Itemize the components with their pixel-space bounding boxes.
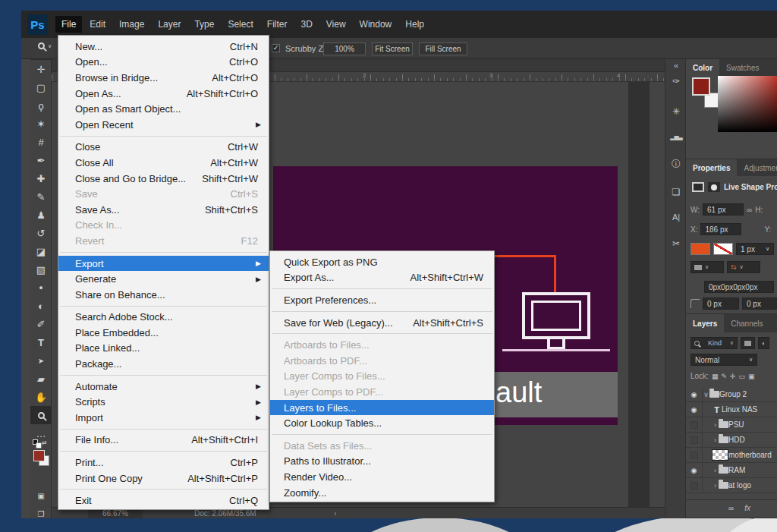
tab-layers[interactable]: Layers	[686, 314, 724, 332]
layer-fx-icon[interactable]: fx	[744, 504, 750, 512]
healing-brush-tool[interactable]: ✚	[30, 169, 52, 187]
layer-filter-dropdown[interactable]: Kind∨	[690, 337, 738, 349]
info-panel-icon[interactable]: ⓘ	[665, 158, 687, 171]
radius-field-a[interactable]: 0 px	[703, 297, 739, 310]
menu-item-package[interactable]: Package...	[58, 356, 269, 372]
marquee-tool[interactable]: ▢	[30, 78, 52, 96]
link-layers-icon[interactable]: ∞	[728, 504, 734, 512]
menu-item-quick-export-as-png[interactable]: Quick Export as PNG	[270, 254, 494, 270]
collapse-panels-icon[interactable]: «	[665, 61, 687, 70]
menu-3d[interactable]: 3D	[294, 16, 318, 33]
menu-item-layers-to-files[interactable]: Layers to Files...	[270, 400, 494, 416]
menu-item-color-lookup-tables[interactable]: Color Lookup Tables...	[270, 415, 494, 431]
menu-item-generate[interactable]: Generate▶	[58, 271, 269, 287]
chevron-right-icon[interactable]: ›	[712, 436, 719, 444]
menu-item-open-as[interactable]: Open As...Alt+Shift+Ctrl+O	[58, 86, 269, 102]
chevron-down-icon[interactable]: ∨	[703, 391, 709, 398]
blur-tool[interactable]: ●	[30, 279, 52, 297]
menu-item-browse-in-bridge[interactable]: Browse in Bridge...Alt+Ctrl+O	[58, 70, 269, 86]
menu-item-place-embedded[interactable]: Place Embedded...	[58, 325, 269, 341]
layer-row-hdd[interactable]: › HDD	[686, 433, 777, 448]
tab-channels[interactable]: Channels	[724, 314, 769, 332]
menu-item-render-video[interactable]: Render Video...	[270, 469, 494, 485]
menu-item-open-as-smart-object[interactable]: Open as Smart Object...	[58, 101, 269, 117]
menu-edit[interactable]: Edit	[83, 16, 112, 33]
histogram-panel-icon[interactable]: ▂▅▃	[665, 134, 687, 140]
eyedropper-tool[interactable]: ✒	[30, 151, 52, 169]
visibility-toggle-empty[interactable]	[686, 433, 703, 447]
tab-adjustments[interactable]: Adjustments	[737, 159, 777, 176]
stroke-type-dropdown[interactable]: ∨	[690, 261, 724, 273]
path-selection-tool[interactable]: ➤	[30, 351, 52, 370]
lock-artboard-icon[interactable]: ▭	[739, 373, 746, 380]
move-tool[interactable]: ✛	[30, 60, 52, 78]
stroke-color-swatch[interactable]	[713, 243, 733, 255]
fill-color-swatch[interactable]	[690, 243, 710, 255]
lock-position-icon[interactable]: ✛	[730, 373, 736, 380]
menu-item-save-as[interactable]: Save As...Shift+Ctrl+S	[58, 202, 269, 218]
stroke-align-dropdown[interactable]: ⇆∨	[727, 261, 760, 273]
visibility-toggle-empty[interactable]	[686, 448, 703, 462]
menu-help[interactable]: Help	[399, 16, 430, 33]
tab-swatches[interactable]: Swatches	[719, 59, 766, 76]
menu-item-new[interactable]: New...Ctrl+N	[58, 39, 269, 55]
zoom-tool[interactable]	[30, 406, 52, 424]
width-field[interactable]: 61 px	[703, 203, 744, 216]
chevron-right-icon[interactable]: ›	[712, 482, 719, 490]
quick-mask-button[interactable]: ▣	[30, 486, 52, 505]
chevron-right-icon[interactable]: ›	[712, 467, 719, 474]
foreground-color-swatch[interactable]	[692, 77, 710, 96]
tab-properties[interactable]: Properties	[686, 159, 737, 176]
eraser-tool[interactable]: ◪	[30, 242, 52, 260]
hand-tool[interactable]: ✋	[30, 388, 52, 406]
fill-screen-button[interactable]: Fill Screen	[419, 42, 467, 55]
menu-filter[interactable]: Filter	[261, 16, 294, 33]
quick-selection-tool[interactable]: ✶	[30, 115, 52, 133]
menu-item-place-linked[interactable]: Place Linked...	[58, 341, 269, 357]
menu-item-close-all[interactable]: Close AllAlt+Ctrl+W	[58, 155, 269, 171]
history-brush-tool[interactable]: ↺	[30, 224, 52, 242]
visibility-eye-icon[interactable]: ◉	[686, 402, 703, 417]
menu-file[interactable]: File	[55, 16, 82, 33]
visibility-eye-icon[interactable]: ◉	[686, 463, 703, 477]
menu-window[interactable]: Window	[354, 16, 398, 33]
menu-item-zoomify[interactable]: Zoomify...	[270, 485, 494, 501]
shape-tool[interactable]: ▰	[30, 370, 52, 388]
menu-type[interactable]: Type	[188, 16, 220, 33]
color-swatches-control[interactable]	[33, 450, 50, 467]
menu-select[interactable]: Select	[222, 16, 259, 33]
color-picker-gradient[interactable]	[718, 76, 777, 132]
filter-image-button[interactable]	[741, 337, 755, 349]
lasso-tool[interactable]: ϙ	[30, 96, 52, 115]
menu-item-open-recent[interactable]: Open Recent▶	[58, 117, 269, 133]
crop-tool[interactable]: #	[30, 133, 52, 151]
type-tool[interactable]: T	[30, 333, 52, 351]
brush-settings-panel-icon[interactable]: ✳	[665, 106, 687, 117]
filter-adjustment-button[interactable]: ◐	[758, 337, 769, 349]
menu-item-print-one-copy[interactable]: Print One CopyAlt+Shift+Ctrl+P	[58, 471, 269, 486]
layer-row-motherboard[interactable]: motherboard	[686, 448, 777, 463]
menu-item-exit[interactable]: ExitCtrl+Q	[58, 493, 269, 508]
menu-item-close[interactable]: CloseCtrl+W	[58, 140, 269, 156]
blend-mode-dropdown[interactable]: Normal∨	[690, 354, 757, 366]
visibility-toggle-empty[interactable]	[686, 478, 703, 493]
lock-paint-icon[interactable]: ✎	[721, 373, 727, 380]
radius-field-b[interactable]: 0 px	[742, 297, 777, 310]
clone-source-panel-icon[interactable]: ❏	[665, 187, 687, 197]
menu-item-export-as[interactable]: Export As...Alt+Shift+Ctrl+W	[270, 270, 494, 286]
layer-row-linux-nas[interactable]: ◉ T Linux NAS	[686, 402, 777, 417]
layer-row-psu[interactable]: › PSU	[686, 417, 777, 433]
scrubby-zoom-checkbox[interactable]: ✓	[272, 44, 280, 52]
pen-tool[interactable]: ✐	[30, 315, 52, 333]
gradient-tool[interactable]: ▧	[30, 260, 52, 279]
layer-row-ram[interactable]: ◉ › RAM	[686, 463, 777, 478]
menu-layer[interactable]: Layer	[152, 16, 187, 33]
menu-item-open[interactable]: Open...Ctrl+O	[58, 55, 269, 71]
menu-item-close-and-go-to-bridge[interactable]: Close and Go to Bridge...Shift+Ctrl+W	[58, 171, 269, 187]
menu-image[interactable]: Image	[113, 16, 150, 33]
foreground-color-swatch[interactable]	[33, 450, 45, 461]
brushes-panel-icon[interactable]: ✑	[665, 76, 687, 87]
lock-all-icon[interactable]: ▣	[748, 373, 755, 380]
menu-view[interactable]: View	[320, 16, 352, 33]
stroke-width-field[interactable]: 1 px∨	[736, 243, 774, 255]
